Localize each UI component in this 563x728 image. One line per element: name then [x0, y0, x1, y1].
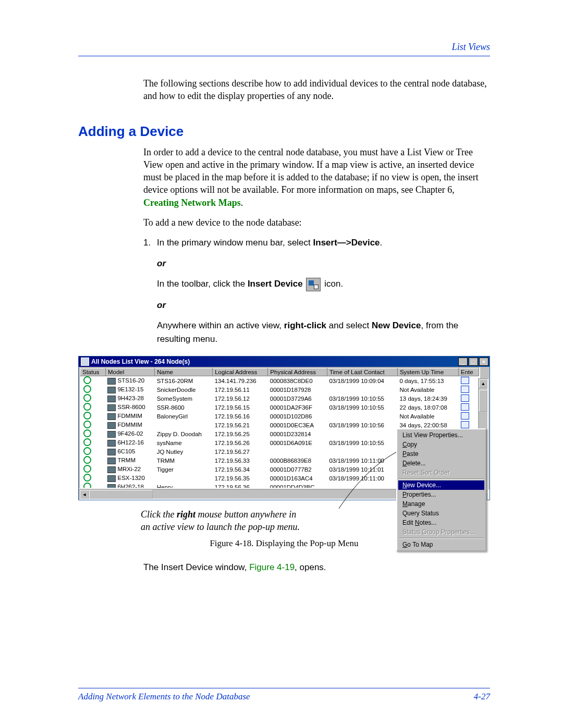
menu-item[interactable]: Query Status	[398, 509, 484, 518]
enterprise-icon	[461, 412, 469, 419]
header-rule	[78, 56, 490, 56]
table-row[interactable]: SSR-8600SSR-8600172.19.56.1500001DA2F36F…	[80, 403, 479, 412]
status-icon	[83, 456, 91, 464]
status-icon	[83, 394, 91, 402]
footer-left: Adding Network Elements to the Node Data…	[78, 692, 250, 702]
column-header[interactable]: Physical Address	[268, 368, 327, 376]
after-b: , opens.	[295, 562, 326, 572]
figure-4-18: All Nodes List View - 264 Node(s) _ □ × …	[78, 356, 490, 573]
status-icon	[83, 403, 91, 411]
para-1: In order to add a device to the central …	[143, 146, 490, 209]
device-icon	[107, 475, 116, 482]
table-row[interactable]: 9H423-28SomeSystem172.19.56.1200001D3729…	[80, 394, 479, 403]
insert-device-icon	[306, 278, 321, 291]
status-icon	[83, 483, 91, 489]
column-header[interactable]: Name	[155, 368, 213, 376]
callout-a: Click the	[141, 509, 177, 520]
close-button[interactable]: ×	[479, 357, 488, 366]
column-header[interactable]: Time of Last Contact	[327, 368, 397, 376]
column-header[interactable]: Logical Address	[213, 368, 268, 376]
device-icon	[107, 387, 116, 393]
para-1b: .	[241, 198, 243, 208]
enterprise-icon	[461, 403, 469, 411]
status-icon	[83, 438, 91, 446]
step1-line3c: and select	[326, 320, 372, 330]
column-header[interactable]: System Up Time	[397, 368, 458, 376]
enterprise-icon	[461, 394, 469, 402]
menu-separator	[399, 538, 484, 539]
para-2: To add a new device to the node database…	[143, 216, 490, 229]
minimize-button[interactable]: _	[458, 357, 468, 366]
device-icon	[107, 431, 116, 438]
scroll-left-icon[interactable]: ◄	[80, 490, 89, 499]
link-figure-4-19[interactable]: Figure 4-19	[249, 562, 295, 572]
device-icon	[107, 413, 116, 420]
after-a: The Insert Device window,	[143, 562, 249, 572]
column-header[interactable]: Ente	[459, 368, 479, 376]
app-icon	[81, 357, 89, 366]
menu-item[interactable]: Edit Notes...	[398, 518, 484, 527]
enterprise-icon	[461, 421, 469, 428]
footer-page-number: 4-27	[474, 692, 490, 702]
step1-line2c: icon.	[322, 279, 343, 289]
step1-line2b: Insert Device	[248, 279, 303, 289]
menu-item[interactable]: List View Properties...	[398, 430, 484, 440]
callout-d: an active view to launch the pop-up menu…	[141, 522, 300, 532]
device-icon	[107, 404, 116, 411]
column-header[interactable]: Status	[80, 368, 106, 376]
status-icon	[83, 376, 91, 384]
callout-b: right	[177, 509, 195, 520]
page-footer: Adding Network Elements to the Node Data…	[78, 688, 490, 702]
window-title: All Nodes List View - 264 Node(s)	[91, 358, 457, 365]
step1-line3a: Anywhere within an active view,	[157, 320, 284, 330]
menu-item[interactable]: Delete...	[398, 459, 484, 468]
link-creating-network-maps[interactable]: Creating Network Maps	[143, 198, 241, 208]
step1-line1a: In the primary window menu bar, select	[157, 238, 313, 248]
enterprise-icon	[461, 377, 469, 384]
menu-item[interactable]: New Device...	[398, 480, 484, 490]
menu-item[interactable]: Manage	[398, 499, 484, 509]
section-heading: Adding a Device	[78, 124, 490, 140]
menu-item[interactable]: Go To Map	[398, 540, 484, 549]
table-row[interactable]: 9E132-15SnickerDoodle172.19.56.1100001D1…	[80, 385, 479, 394]
status-icon	[83, 421, 91, 428]
status-icon	[83, 385, 91, 393]
menu-item[interactable]: Properties...	[398, 490, 484, 499]
or-label-2: or	[157, 299, 490, 312]
step1-line1c: .	[380, 238, 383, 248]
device-icon	[107, 422, 116, 429]
menu-item[interactable]: Copy	[398, 440, 484, 449]
titlebar[interactable]: All Nodes List View - 264 Node(s) _ □ ×	[79, 356, 489, 367]
scroll-thumb[interactable]	[479, 390, 487, 412]
status-icon	[83, 429, 91, 437]
context-menu[interactable]: List View Properties...CopyPasteDelete..…	[396, 428, 486, 551]
device-icon	[107, 449, 116, 455]
device-icon	[107, 484, 116, 489]
hscroll-thumb[interactable]	[89, 490, 153, 499]
device-icon	[107, 458, 116, 464]
device-icon	[107, 396, 116, 402]
status-icon	[83, 474, 91, 482]
status-icon	[83, 447, 91, 455]
status-icon	[83, 412, 91, 419]
menu-item[interactable]: Paste	[398, 449, 484, 459]
scroll-up-icon[interactable]: ▲	[479, 379, 487, 388]
maximize-button[interactable]: □	[469, 357, 478, 366]
step1-line3d: New Device	[372, 320, 421, 330]
column-header[interactable]: Model	[105, 368, 154, 376]
step-number: 1.	[143, 236, 157, 250]
or-label-1: or	[157, 257, 490, 270]
device-icon	[107, 466, 116, 473]
after-figure-text: The Insert Device window, Figure 4-19, o…	[143, 562, 490, 573]
table-row[interactable]: FDMMIMBaloneyGirl172.19.56.1600001D102D8…	[80, 412, 479, 421]
status-icon	[83, 465, 91, 473]
menu-separator	[399, 478, 484, 479]
table-row[interactable]: STS16-20STS16-20RM134.141.79.2360000838C…	[80, 376, 479, 386]
menu-item: Status Group Properties...	[398, 527, 484, 537]
header-chapter: List Views	[78, 42, 490, 53]
window-frame: All Nodes List View - 264 Node(s) _ □ × …	[78, 356, 490, 500]
step1-line3b: right-click	[284, 320, 326, 330]
enterprise-icon	[461, 386, 469, 393]
para-1a: In order to add a device to the central …	[143, 147, 479, 195]
device-icon	[107, 440, 116, 447]
